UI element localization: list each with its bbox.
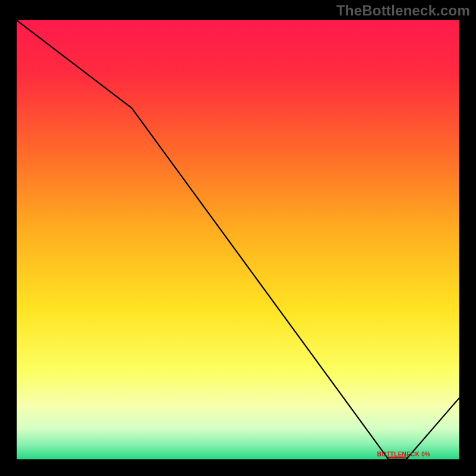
- chart-svg: [17, 20, 459, 459]
- plot-area: BOTTLENECK 0%: [17, 20, 459, 459]
- chart-frame: TheBottleneck.com BOTTLENECK 0%: [0, 0, 476, 476]
- svg-rect-0: [17, 20, 459, 459]
- watermark-text: TheBottleneck.com: [336, 2, 470, 19]
- bottleneck-marker-label: BOTTLENECK 0%: [377, 451, 430, 458]
